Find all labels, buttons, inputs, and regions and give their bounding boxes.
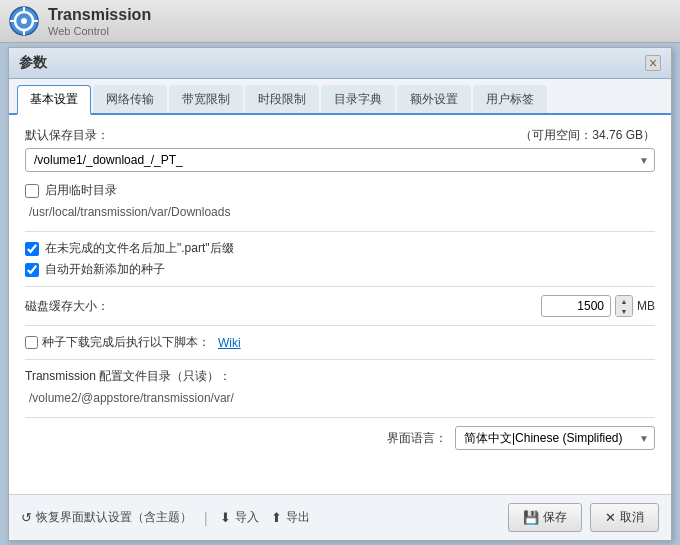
app-title: Transmission <box>48 5 151 24</box>
lang-label: 界面语言： <box>387 430 447 447</box>
temp-dir-checkbox-row: 启用临时目录 <box>25 182 655 199</box>
part-suffix-row: 在未完成的文件名后加上".part"后缀 <box>25 240 655 257</box>
reset-button[interactable]: ↺ 恢复界面默认设置（含主题） <box>21 509 192 526</box>
export-label: 导出 <box>286 509 310 526</box>
lang-select[interactable]: 简体中文|Chinese (Simplified) <box>455 426 655 450</box>
divider-5 <box>25 417 655 418</box>
divider-3 <box>25 325 655 326</box>
svg-point-2 <box>21 18 27 24</box>
script-label[interactable]: 种子下载完成后执行以下脚本： <box>42 334 210 351</box>
disk-cache-arrows: ▲ ▼ <box>615 295 633 317</box>
disk-cache-input[interactable]: 1500 <box>541 295 611 317</box>
cancel-button[interactable]: ✕ 取消 <box>590 503 659 532</box>
params-dialog: 参数 × 基本设置 网络传输 带宽限制 时段限制 目录字典 额外设置 用户标签 … <box>8 47 672 541</box>
tab-dir-dict[interactable]: 目录字典 <box>321 85 395 113</box>
disk-cache-down-button[interactable]: ▼ <box>616 306 632 316</box>
script-row: 种子下载完成后执行以下脚本： Wiki <box>25 334 655 351</box>
save-icon: 💾 <box>523 510 539 525</box>
disk-cache-row: 磁盘缓存大小： 1500 ▲ ▼ MB <box>25 295 655 317</box>
use-temp-checkbox[interactable] <box>25 184 39 198</box>
dialog-titlebar: 参数 × <box>9 48 671 79</box>
disk-cache-up-button[interactable]: ▲ <box>616 296 632 306</box>
import-label: 导入 <box>235 509 259 526</box>
disk-cache-unit: MB <box>637 299 655 313</box>
tab-network[interactable]: 网络传输 <box>93 85 167 113</box>
config-section: Transmission 配置文件目录（只读）： /volume2/@appst… <box>25 368 655 407</box>
export-icon: ⬆ <box>271 510 282 525</box>
temp-path-text: /usr/local/transmission/var/Downloads <box>25 203 655 221</box>
close-button[interactable]: × <box>645 55 661 71</box>
tab-bar: 基本设置 网络传输 带宽限制 时段限制 目录字典 额外设置 用户标签 <box>9 79 671 115</box>
auto-start-row: 自动开始新添加的种子 <box>25 261 655 278</box>
divider-4 <box>25 359 655 360</box>
import-button[interactable]: ⬇ 导入 <box>220 509 259 526</box>
temp-dir-section: 启用临时目录 /usr/local/transmission/var/Downl… <box>25 182 655 221</box>
reset-icon: ↺ <box>21 510 32 525</box>
dialog-body: 默认保存目录： （可用空间：34.76 GB） /volume1/_downlo… <box>9 115 671 494</box>
footer-right: 💾 保存 ✕ 取消 <box>508 503 659 532</box>
tab-basic-settings[interactable]: 基本设置 <box>17 85 91 115</box>
default-dir-label-row: 默认保存目录： （可用空间：34.76 GB） <box>25 127 655 144</box>
disk-cache-label: 磁盘缓存大小： <box>25 298 541 315</box>
use-temp-label[interactable]: 启用临时目录 <box>45 182 117 199</box>
dialog-footer: ↺ 恢复界面默认设置（含主题） | ⬇ 导入 ⬆ 导出 💾 保存 ✕ 取消 <box>9 494 671 540</box>
save-label: 保存 <box>543 509 567 526</box>
tab-schedule[interactable]: 时段限制 <box>245 85 319 113</box>
title-bar: Transmission Web Control <box>0 0 680 43</box>
default-dir-label: 默认保存目录： <box>25 127 109 144</box>
app-title-block: Transmission Web Control <box>48 5 151 36</box>
app-logo <box>8 5 40 37</box>
tab-bandwidth[interactable]: 带宽限制 <box>169 85 243 113</box>
import-icon: ⬇ <box>220 510 231 525</box>
default-dir-select[interactable]: /volume1/_download_/_PT_ <box>25 148 655 172</box>
part-suffix-label[interactable]: 在未完成的文件名后加上".part"后缀 <box>45 240 234 257</box>
footer-left: ↺ 恢复界面默认设置（含主题） | ⬇ 导入 ⬆ 导出 <box>21 509 310 526</box>
wiki-link[interactable]: Wiki <box>218 336 241 350</box>
language-row: 界面语言： 简体中文|Chinese (Simplified) ▼ <box>25 426 655 450</box>
tab-user-tags[interactable]: 用户标签 <box>473 85 547 113</box>
cancel-icon: ✕ <box>605 510 616 525</box>
cancel-label: 取消 <box>620 509 644 526</box>
script-checkbox[interactable] <box>25 336 38 349</box>
dialog-title: 参数 <box>19 54 47 72</box>
config-path-text: /volume2/@appstore/transmission/var/ <box>25 389 655 407</box>
default-dir-section: 默认保存目录： （可用空间：34.76 GB） /volume1/_downlo… <box>25 127 655 172</box>
default-dir-select-wrapper[interactable]: /volume1/_download_/_PT_ ▼ <box>25 148 655 172</box>
auto-start-checkbox[interactable] <box>25 263 39 277</box>
config-label: Transmission 配置文件目录（只读）： <box>25 368 655 385</box>
divider-2 <box>25 286 655 287</box>
save-button[interactable]: 💾 保存 <box>508 503 582 532</box>
reset-label: 恢复界面默认设置（含主题） <box>36 509 192 526</box>
tab-extra[interactable]: 额外设置 <box>397 85 471 113</box>
app-subtitle: Web Control <box>48 25 151 37</box>
lang-select-wrapper[interactable]: 简体中文|Chinese (Simplified) ▼ <box>455 426 655 450</box>
part-suffix-checkbox[interactable] <box>25 242 39 256</box>
avail-space-text: （可用空间：34.76 GB） <box>520 127 655 144</box>
export-button[interactable]: ⬆ 导出 <box>271 509 310 526</box>
disk-cache-spinbox: 1500 ▲ ▼ MB <box>541 295 655 317</box>
divider-1 <box>25 231 655 232</box>
auto-start-label[interactable]: 自动开始新添加的种子 <box>45 261 165 278</box>
footer-separator: | <box>204 510 208 526</box>
